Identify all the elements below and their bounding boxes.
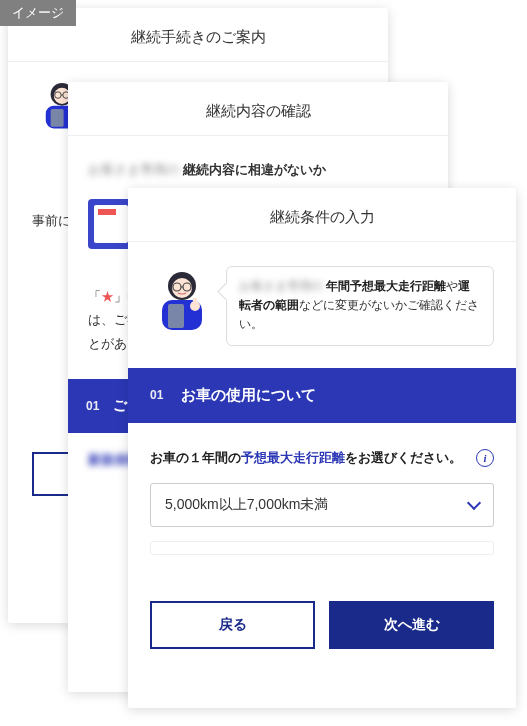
card-confirm-title: 継続内容の確認 xyxy=(68,82,448,136)
card-input: 継続条件の入力 お客さま専用の 年間予想最大走行距離 xyxy=(128,188,516,708)
svg-rect-6 xyxy=(51,109,64,127)
question-text: お車の１年間の予想最大走行距離をお選びください。 xyxy=(150,447,466,469)
next-field-peek xyxy=(150,541,494,555)
svg-point-8 xyxy=(172,278,192,298)
operator-speech: お客さま専用の 年間予想最大走行距離や運転者の範囲などに変更がないかご確認くださ… xyxy=(150,266,494,346)
select-value: 5,000km以上7,000km未満 xyxy=(165,496,328,514)
card-input-title: 継続条件の入力 xyxy=(128,188,516,242)
section-band: 01 お車の使用について xyxy=(128,368,516,423)
mileage-select[interactable]: 5,000km以上7,000km未満 xyxy=(150,483,494,527)
svg-rect-13 xyxy=(168,304,184,328)
section-number: 01 xyxy=(150,388,163,402)
blurred-text: お客さま専用の xyxy=(88,162,179,177)
chevron-down-icon xyxy=(467,496,481,510)
image-badge: イメージ xyxy=(0,0,76,26)
speech-bubble: お客さま専用の 年間予想最大走行距離や運転者の範囲などに変更がないかご確認くださ… xyxy=(226,266,494,346)
section-title: お車の使用について xyxy=(181,386,316,405)
svg-rect-15 xyxy=(193,298,197,306)
confirm-text-fragment: 継続内容に相違がないか xyxy=(183,162,326,177)
info-icon[interactable]: i xyxy=(476,449,494,467)
back-button[interactable]: 戻る xyxy=(150,601,315,649)
next-button[interactable]: 次へ進む xyxy=(329,601,494,649)
operator-avatar xyxy=(150,266,214,330)
